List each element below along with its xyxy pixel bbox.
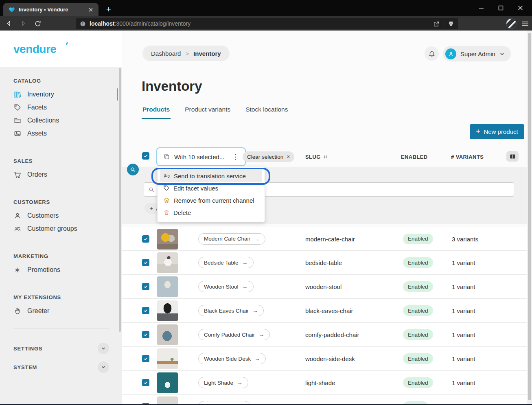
translate-icon — [163, 173, 170, 180]
clear-selection-chip[interactable]: Clear selection × — [243, 151, 294, 162]
sidebar-section-system[interactable]: SYSTEM — [0, 358, 122, 377]
url-bar[interactable]: localhost:3000/admin/catalog/inventory — [76, 18, 458, 29]
sidebar-item-assets[interactable]: Assets — [0, 127, 122, 140]
forward-icon[interactable] — [17, 18, 29, 29]
row-checkbox[interactable] — [142, 331, 149, 338]
clear-selection-label: Clear selection — [247, 154, 283, 160]
sidebar-item-customer-groups[interactable]: Customer groups — [0, 222, 122, 235]
tab-stock-locations[interactable]: Stock locations — [245, 106, 289, 119]
row-checkbox[interactable] — [142, 235, 149, 243]
sort-icon[interactable] — [323, 154, 328, 160]
new-product-button[interactable]: + New product — [470, 124, 524, 139]
menu-item-edit-facet-values[interactable]: Edit facet values — [160, 182, 262, 194]
sidebar-scrollbar[interactable] — [119, 68, 121, 332]
chevron-down-icon[interactable] — [98, 361, 109, 373]
brave-shield-icon[interactable] — [448, 20, 454, 27]
arrow-right-icon: → — [252, 307, 258, 314]
breadcrumb[interactable]: Dashboard > Inventory — [142, 46, 230, 61]
minimize-icon[interactable] — [477, 3, 486, 12]
page-scrollbar-thumb[interactable] — [528, 33, 531, 400]
row-checkbox[interactable] — [142, 259, 149, 266]
section-header-catalog: CATALOG — [0, 78, 122, 84]
user-menu[interactable]: Super Admin — [443, 46, 511, 61]
variant-count: 1 variant — [452, 307, 475, 314]
row-checkbox[interactable] — [142, 379, 149, 386]
plus-icon: + — [476, 127, 480, 135]
sidebar-item-orders[interactable]: Orders — [0, 168, 122, 181]
menu-icon[interactable] — [522, 21, 529, 27]
sidebar-item-greeter[interactable]: Greeter — [0, 304, 122, 317]
chevron-down-icon[interactable] — [98, 343, 109, 354]
menu-item-label: Send to translation service — [174, 173, 246, 180]
reload-icon[interactable] — [32, 18, 44, 29]
new-tab-button[interactable]: + — [103, 4, 114, 15]
product-name-chip[interactable]: Bedside Table→ — [198, 257, 254, 268]
products-table: Modern Cafe Chair→ modern-cafe-chair Ena… — [122, 227, 527, 405]
select-all-checkbox[interactable] — [142, 152, 149, 160]
product-name: Comfy Padded Chair — [204, 332, 255, 338]
sidebar-item-promotions[interactable]: Promotions — [0, 263, 122, 276]
hand-icon — [13, 307, 21, 315]
row-checkbox[interactable] — [142, 283, 149, 290]
sidebar: vendure CATALOG Inventory Facets Collect… — [0, 31, 122, 405]
search-toggle-button[interactable] — [127, 164, 139, 175]
sidebar-item-facets[interactable]: Facets — [0, 101, 122, 114]
row-checkbox[interactable] — [142, 355, 149, 362]
table-row: Black Eaves Chair→ black-eaves-chair Ena… — [122, 299, 527, 323]
sidebar-item-inventory[interactable]: Inventory — [0, 88, 122, 101]
copy-icon — [164, 153, 170, 160]
column-header-slug[interactable]: SLUG — [305, 154, 328, 160]
close-window-icon[interactable] — [516, 3, 525, 12]
share-icon[interactable] — [433, 20, 440, 27]
status-badge: Enabled — [403, 305, 433, 316]
layers-icon — [163, 197, 170, 204]
breadcrumb-current: Inventory — [193, 50, 221, 57]
tab-title: Inventory • Vendure — [19, 7, 87, 13]
product-name-chip[interactable]: Wooden Stool→ — [198, 281, 254, 292]
menu-item-send-to-translation[interactable]: Send to translation service — [160, 170, 262, 182]
browser-profile-avatar[interactable] — [506, 18, 517, 29]
product-slug: comfy-padded-chair — [305, 331, 359, 338]
menu-item-label: Delete — [173, 209, 191, 216]
column-settings-button[interactable] — [506, 151, 519, 162]
bulk-actions-button[interactable]: With 10 selected... ⋮ — [156, 147, 246, 166]
product-name-chip[interactable]: Modern Cafe Chair→ — [198, 233, 265, 245]
breadcrumb-dashboard[interactable]: Dashboard — [151, 50, 181, 57]
product-name-chip[interactable]: Black Eaves Chair→ — [198, 305, 264, 316]
section-header-sales: SALES — [0, 158, 122, 164]
bulk-actions-menu: Send to translation service Edit facet v… — [157, 166, 265, 222]
url-host: localhost — [90, 20, 114, 27]
product-name-chip[interactable]: Wooden Side Desk→ — [198, 353, 266, 364]
close-icon[interactable]: × — [287, 153, 290, 160]
browser-tabstrip: Inventory • Vendure + — [0, 0, 532, 16]
tab-product-variants[interactable]: Product variants — [184, 106, 231, 119]
row-checkbox[interactable] — [142, 307, 149, 314]
maximize-icon[interactable] — [496, 3, 505, 12]
sidebar-item-collections[interactable]: Collections — [0, 114, 122, 127]
variant-count: 1 variant — [452, 355, 475, 362]
sidebar-item-customers[interactable]: Customers — [0, 209, 122, 222]
kebab-icon[interactable]: ⋮ — [230, 153, 240, 161]
product-name: Light Shade — [204, 380, 233, 386]
page-scrollbar[interactable] — [527, 31, 532, 405]
column-header-enabled: ENABLED — [401, 154, 428, 160]
sidebar-item-label: Inventory — [27, 91, 54, 98]
browser-tab[interactable]: Inventory • Vendure — [3, 3, 99, 16]
site-info-icon[interactable] — [80, 21, 86, 27]
product-slug: black-eaves-chair — [305, 307, 353, 314]
product-name-chip[interactable]: Light Shade→ — [198, 377, 248, 388]
product-name: Wooden Side Desk — [204, 356, 251, 362]
tab-close-icon[interactable] — [87, 6, 94, 13]
product-name-chip[interactable]: Comfy Padded Chair→ — [198, 329, 270, 340]
menu-item-delete[interactable]: Delete — [160, 206, 262, 219]
menu-item-remove-from-channel[interactable]: Remove from current channel — [160, 194, 262, 206]
notifications-button[interactable] — [425, 46, 439, 61]
tab-products[interactable]: Products — [142, 106, 171, 119]
new-product-label: New product — [484, 128, 518, 135]
sidebar-item-label: Facets — [27, 104, 47, 111]
table-row: Wooden Stool→ wooden-stool Enabled 1 var… — [122, 275, 527, 299]
sidebar-section-settings[interactable]: SETTINGS — [0, 339, 122, 358]
cart-icon — [13, 171, 21, 179]
product-thumbnail — [157, 372, 178, 393]
back-icon[interactable] — [2, 18, 15, 29]
